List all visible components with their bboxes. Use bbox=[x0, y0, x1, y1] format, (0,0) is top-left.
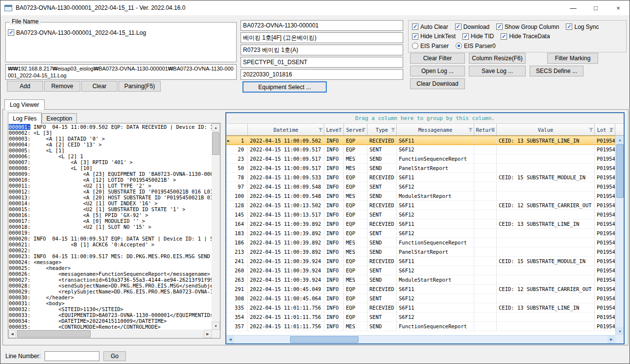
scroll-left-icon[interactable]: ◀ bbox=[8, 330, 16, 338]
grid-row[interactable]: 2912022-04-15 11:00:45.049INFOEQPRECEVIE… bbox=[226, 285, 615, 294]
scroll-thumb[interactable] bbox=[17, 330, 91, 338]
log-line[interactable]: 000024: <message> bbox=[9, 259, 212, 265]
column-header-value[interactable]: Value bbox=[497, 124, 595, 135]
grid-row[interactable]: 1282022-04-15 11:00:13.502INFOEQPRECEVIE… bbox=[226, 201, 615, 210]
log-line[interactable]: 000018: <U2 [1] SLOT_NO '15' > bbox=[9, 224, 212, 230]
log-vertical-scrollbar[interactable]: ▲ ▼ bbox=[212, 123, 220, 330]
log-horizontal-scrollbar[interactable]: ◀ ▶ bbox=[8, 330, 212, 338]
filter-icon[interactable] bbox=[391, 128, 395, 132]
grid-row[interactable]: 1452022-04-15 11:00:13.517INFOEQPSENTS6F… bbox=[226, 210, 615, 219]
log-line[interactable]: 000013: <A [20] HOST_SUBSTRATE_ID 'P0195… bbox=[9, 194, 212, 200]
grid-row[interactable]: 1862022-04-15 11:00:39.892INFOMESSENDFun… bbox=[226, 238, 615, 247]
log-line[interactable]: 000001: INFO 04-15 11:00:09.502 EQP: DAT… bbox=[9, 124, 212, 130]
spec-type-field[interactable] bbox=[241, 57, 403, 68]
log-line[interactable]: 000005: <L [1] bbox=[9, 147, 212, 153]
equipment-id-field[interactable] bbox=[241, 20, 403, 31]
grid-row[interactable]: 2602022-04-15 11:00:39.924INFOEQPSENTS6F… bbox=[226, 266, 615, 275]
log-line[interactable]: 000032: <SITEID>1130</SITEID> bbox=[9, 306, 212, 312]
close-button[interactable]: × bbox=[607, 0, 630, 15]
grid-row[interactable]: 3082022-04-15 11:00:45.064INFOEQPSENTS6F… bbox=[226, 294, 615, 303]
group-by-panel[interactable]: Drag a column here to group by this colu… bbox=[226, 113, 624, 124]
parsing-f5-button[interactable]: Parsing(F5) bbox=[119, 81, 161, 92]
checkbox-auto-clear[interactable]: ✓Auto Clear bbox=[412, 24, 448, 30]
clear-download-button[interactable]: Clear Download bbox=[410, 78, 465, 89]
log-line[interactable]: 000009: <A [23] EQUIPMENT_ID 'BA0723-OVN… bbox=[9, 171, 212, 177]
grid-row[interactable]: 3572022-04-15 11:01:11.756INFOMESSENDFun… bbox=[226, 322, 615, 331]
grid-row[interactable]: 972022-04-15 11:00:09.548INFOEQPSENTS6F1… bbox=[226, 182, 615, 192]
log-line[interactable]: 000010: <A [12] LOTID 'P0195450021B' > bbox=[9, 177, 212, 183]
tab-execption[interactable]: Execption bbox=[42, 113, 77, 123]
checkbox-log-sync[interactable]: ✓Log Sync bbox=[566, 24, 599, 30]
grid-row[interactable]: 1002022-04-15 11:00:09.548INFOMESSENDMod… bbox=[226, 192, 615, 201]
column-resize-f6-button[interactable]: Column Resize(F6) bbox=[469, 53, 526, 64]
log-line[interactable]: 000029: <replySubjectName>DD.PKG.EIS.PRO… bbox=[9, 289, 212, 294]
log-line[interactable]: 000019: bbox=[9, 230, 212, 236]
column-header-lot-i[interactable]: Lot i bbox=[595, 124, 615, 135]
log-line[interactable]: 000035: <CONTROLMODE>Remote</CONTROLMODE… bbox=[9, 324, 212, 330]
column-header-messagename[interactable]: Messagename bbox=[397, 124, 474, 135]
save-log-button[interactable]: Save Log ... bbox=[469, 66, 526, 76]
log-line[interactable]: 000014: <U2 [1] OUT_INDEX '16' > bbox=[9, 200, 212, 206]
checkbox-hide-tracedata[interactable]: ✓Hide TraceData bbox=[501, 33, 550, 40]
column-header-return[interactable]: Return bbox=[474, 124, 497, 135]
log-line[interactable]: 000025: <header> bbox=[9, 265, 212, 271]
log-line[interactable]: 000002: <L [3] bbox=[9, 130, 212, 136]
filter-icon[interactable] bbox=[318, 128, 323, 132]
file-checkbox-item[interactable]: ✓ BA0723-OVNA-1130-000001_2022-04-15_11.… bbox=[8, 29, 146, 36]
column-header-datetime[interactable]: Datetime bbox=[248, 124, 324, 135]
scroll-thumb[interactable] bbox=[290, 336, 359, 343]
log-line[interactable]: 000003: <A [1] DATAID '0' > bbox=[9, 136, 212, 142]
scroll-left-icon[interactable]: ◀ bbox=[226, 336, 234, 343]
clear-button[interactable]: Clear bbox=[81, 81, 118, 92]
grid-row[interactable]: 232022-04-15 11:00:09.517INFOMESSENDFunc… bbox=[226, 154, 615, 164]
checkbox-show-group-column[interactable]: ✓Show Group Column bbox=[496, 24, 559, 30]
log-line[interactable]: 000012: <A [20] SUBSTRATE_ID 'P019545002… bbox=[9, 189, 212, 194]
log-line[interactable]: 000033: <EQUIPMENTID>BA0723-OVNA-1130-00… bbox=[9, 312, 212, 318]
grid-row[interactable]: 2412022-04-15 11:00:39.924INFOEQPRECEVIE… bbox=[226, 257, 615, 266]
log-line[interactable]: 000030: </header> bbox=[9, 294, 212, 300]
log-line[interactable]: 000004: <A [2] CEID '13' > bbox=[9, 142, 212, 147]
log-line[interactable]: 000015: <U2 [1] SUBSTRATED_ID_STATE '1' … bbox=[9, 206, 212, 212]
log-line[interactable]: 000031: <body> bbox=[9, 300, 212, 306]
radio-eis-parser[interactable]: EIS Parser bbox=[412, 43, 449, 49]
checkbox-download[interactable]: ✓Download bbox=[455, 24, 489, 30]
radio-eis-parser0[interactable]: EIS Parser0 bbox=[456, 43, 496, 49]
secs-define-button[interactable]: SECS Define ... bbox=[530, 66, 583, 76]
grid-row[interactable]: 782022-04-15 11:00:09.533INFOEQPRECEVIED… bbox=[226, 173, 615, 182]
checkbox-hide-linktest[interactable]: ✓Hide LinkTest bbox=[412, 33, 456, 40]
maximize-button[interactable]: □ bbox=[584, 0, 607, 15]
filter-icon[interactable] bbox=[468, 128, 473, 132]
line-number-input[interactable] bbox=[45, 351, 99, 361]
tab-log-files[interactable]: Log Files bbox=[8, 113, 42, 123]
log-line[interactable]: 000006: <L [2] 1 bbox=[9, 153, 212, 159]
open-log-button[interactable]: Open Log ... bbox=[410, 66, 465, 76]
file-list[interactable]: ✓ BA0723-OVNA-1130-000001_2022-04-15_11.… bbox=[8, 27, 234, 60]
log-text-area[interactable]: 000001: INFO 04-15 11:00:09.502 EQP: DAT… bbox=[9, 124, 212, 330]
log-line[interactable]: 000008: <L [10] bbox=[9, 165, 212, 171]
log-line[interactable]: 000034: <DATETIME>20220415110009</DATETI… bbox=[9, 318, 212, 324]
log-line[interactable]: 000017: <A [0] MODULEID '' > bbox=[9, 218, 212, 224]
file-path-box[interactable]: ₩₩192.168.8.217₩eisap03_eislog₩BA0723-OV… bbox=[5, 64, 237, 80]
log-line[interactable]: 000028: <sendSubjectName>DD.PKG.MES.PRO.… bbox=[9, 283, 212, 289]
log-line[interactable]: 000007: <A [3] RPTID '401' > bbox=[9, 159, 212, 165]
column-header-server[interactable]: Server bbox=[344, 124, 367, 135]
column-header-type[interactable]: Type bbox=[367, 124, 397, 135]
filter-icon[interactable] bbox=[589, 128, 593, 132]
scroll-down-icon[interactable]: ▼ bbox=[212, 322, 220, 330]
grid-row[interactable]: 3542022-04-15 11:01:11.756INFOEQPSENTS6F… bbox=[226, 313, 615, 322]
grid-row[interactable]: ▶12022-04-15 11:00:09.502INFOEQPRECEVIED… bbox=[226, 136, 615, 145]
grid-row[interactable]: 2632022-04-15 11:00:39.924INFOMESSENDMod… bbox=[226, 275, 615, 285]
tab-log-viewer[interactable]: Log Viewer bbox=[4, 99, 45, 110]
grid-vertical-scrollbar[interactable]: ▲ ▼ bbox=[615, 136, 624, 335]
grid-row[interactable]: 2132022-04-15 11:00:39.892INFOMESSENDPan… bbox=[226, 247, 615, 257]
scroll-down-icon[interactable]: ▼ bbox=[616, 327, 624, 335]
grid-row[interactable]: 1832022-04-15 11:00:39.892INFOEQPSENTS6F… bbox=[226, 229, 615, 238]
filter-marking-button[interactable]: Filter Marking bbox=[547, 53, 598, 64]
equipment-name-field[interactable] bbox=[241, 32, 403, 43]
log-line[interactable]: 000022: bbox=[9, 247, 212, 253]
log-line[interactable]: 000016: <A [5] PPID 'GX-92' > bbox=[9, 212, 212, 218]
clear-filter-button[interactable]: Clear Filter bbox=[410, 53, 465, 64]
grid-row[interactable]: 3352022-04-15 11:01:11.756INFOEQPRECEVIE… bbox=[226, 303, 615, 313]
grid-horizontal-scrollbar[interactable]: ◀ ▶ bbox=[226, 335, 624, 343]
log-line[interactable]: 000026: <messagename>FunctionSequenceRep… bbox=[9, 271, 212, 277]
